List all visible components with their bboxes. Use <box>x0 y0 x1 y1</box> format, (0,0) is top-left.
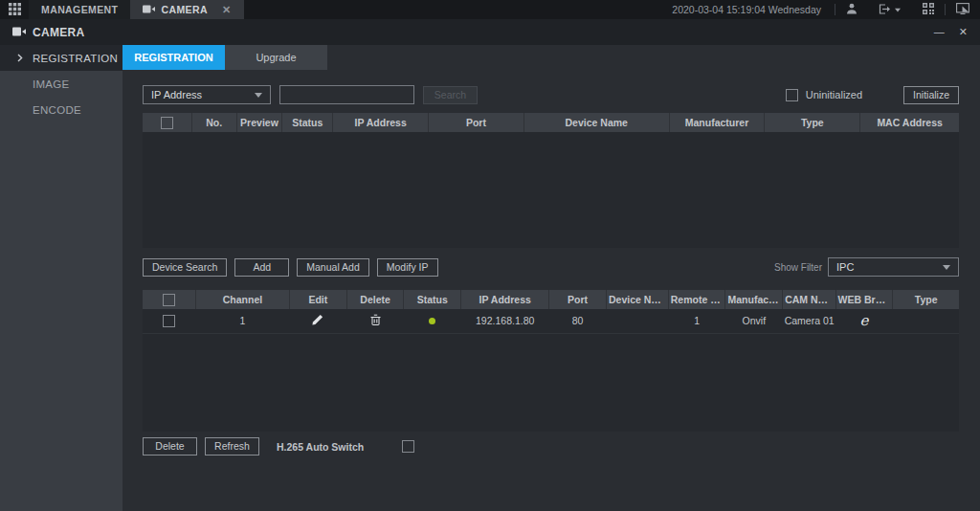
apps-grid-icon <box>9 3 21 17</box>
search-row: IP Address Search Uninitialized Initiali… <box>143 85 959 104</box>
show-filter-select[interactable]: IPC <box>828 257 959 277</box>
col-device-name: Device Name <box>523 113 669 132</box>
logout-button[interactable] <box>868 0 912 19</box>
close-tab-icon[interactable]: ✕ <box>222 5 232 15</box>
cell-device-name <box>606 309 668 333</box>
cell-remote-channel: 1 <box>668 309 725 333</box>
col-manufacturer: Manufacturer <box>725 290 783 309</box>
device-table-body-empty <box>143 132 959 248</box>
col-channel: Channel <box>195 290 289 309</box>
tab-label: REGISTRATION <box>134 52 212 63</box>
col-ip-address: IP Address <box>333 113 429 132</box>
tab-camera[interactable]: CAMERA ✕ <box>130 0 243 19</box>
col-port: Port <box>549 290 607 309</box>
col-delete: Delete <box>346 290 404 309</box>
select-all-checkbox[interactable] <box>161 117 173 129</box>
col-ip-address: IP Address <box>461 290 549 309</box>
cell-ip-address: 192.168.1.80 <box>461 309 549 333</box>
tab-camera-label: CAMERA <box>161 4 207 15</box>
sidebar-item-encode[interactable]: ENCODE <box>0 97 122 122</box>
datetime: 2020-03-04 15:19:04 Wednesday <box>658 4 835 15</box>
user-icon <box>846 3 858 16</box>
search-field-value: IP Address <box>151 89 202 100</box>
camera-icon <box>143 4 155 15</box>
col-no: No. <box>191 113 236 132</box>
minimize-icon[interactable]: — <box>934 27 945 37</box>
sidebar-item-label: ENCODE <box>33 104 81 116</box>
col-cam-name: CAM Name <box>783 290 835 309</box>
table-row: 1 <box>143 309 959 333</box>
edit-pencil-icon[interactable] <box>312 314 323 325</box>
cell-manufacturer: Onvif <box>725 309 783 333</box>
cell-cam-name: Camera 01 <box>783 309 835 333</box>
col-web-browse: WEB Browse <box>835 290 893 309</box>
uninitialized-label: Uninitialized <box>806 89 862 100</box>
h265-auto-switch-label: H.265 Auto Switch <box>277 441 364 453</box>
window-title: CAMERA <box>33 26 84 39</box>
delete-button[interactable]: Delete <box>143 437 197 455</box>
qr-code-icon <box>923 3 934 16</box>
search-field-select[interactable]: IP Address <box>143 85 271 104</box>
app-bar: MANAGEMENT CAMERA ✕ 2020-03-04 15:19:04 … <box>0 0 980 19</box>
screen: MANAGEMENT CAMERA ✕ 2020-03-04 15:19:04 … <box>0 0 980 511</box>
web-browse-ie-icon[interactable]: e <box>860 312 869 329</box>
show-filter-value: IPC <box>836 261 854 273</box>
added-device-table: Channel Edit Delete Status IP Address Po… <box>143 290 959 432</box>
tab-upgrade[interactable]: Upgrade <box>225 45 327 70</box>
tab-management[interactable]: MANAGEMENT <box>29 0 130 19</box>
window-title-bar: CAMERA — ✕ <box>0 19 980 45</box>
sidebar-item-label: IMAGE <box>33 78 70 90</box>
h265-auto-switch-checkbox[interactable] <box>402 440 414 453</box>
add-button[interactable]: Add <box>234 258 289 277</box>
tab-label: Upgrade <box>256 52 296 63</box>
cell-type <box>893 309 959 333</box>
main-tab-bar: REGISTRATION Upgrade <box>122 45 980 70</box>
col-status: Status <box>282 113 333 132</box>
camera-icon <box>12 26 26 39</box>
close-icon[interactable]: ✕ <box>959 27 968 37</box>
select-all-checkbox[interactable] <box>163 294 175 306</box>
col-edit: Edit <box>290 290 347 309</box>
chevron-right-icon <box>17 54 33 62</box>
col-status: Status <box>404 290 461 309</box>
initialize-button[interactable]: Initialize <box>903 86 959 104</box>
added-table-header-row: Channel Edit Delete Status IP Address Po… <box>143 290 959 309</box>
chevron-down-icon <box>895 8 901 11</box>
show-filter-label: Show Filter <box>774 262 822 273</box>
uninitialized-checkbox[interactable] <box>786 89 798 101</box>
col-port: Port <box>429 113 524 132</box>
device-table-header-row: No. Preview Status IP Address Port Devic… <box>143 113 959 132</box>
sidebar-item-registration[interactable]: REGISTRATION <box>0 45 122 71</box>
apps-menu-button[interactable] <box>0 0 29 19</box>
chevron-down-icon <box>255 93 262 98</box>
col-type: Type <box>765 113 860 132</box>
actions-row: Device Search Add Manual Add Modify IP S… <box>143 257 959 277</box>
col-mac-address: MAC Address <box>860 113 959 132</box>
sidebar: REGISTRATION IMAGE ENCODE <box>0 45 122 511</box>
user-account-button[interactable] <box>835 0 868 19</box>
delete-trash-icon[interactable] <box>370 314 381 325</box>
logout-icon <box>879 4 891 16</box>
refresh-button[interactable]: Refresh <box>205 437 259 455</box>
footer-row: Delete Refresh H.265 Auto Switch <box>143 437 959 455</box>
device-search-button[interactable]: Device Search <box>143 258 227 277</box>
display-switch-button[interactable] <box>946 0 980 19</box>
display-icon <box>956 3 969 16</box>
qr-code-button[interactable] <box>912 0 945 19</box>
manual-add-button[interactable]: Manual Add <box>297 258 368 277</box>
col-remote-channel: Remote Channe <box>668 290 725 309</box>
sidebar-item-image[interactable]: IMAGE <box>0 71 122 97</box>
modify-ip-button[interactable]: Modify IP <box>377 258 438 277</box>
col-type: Type <box>893 290 959 309</box>
tab-registration[interactable]: REGISTRATION <box>122 45 225 70</box>
row-checkbox[interactable] <box>163 315 175 327</box>
cell-port: 80 <box>549 309 607 333</box>
main-content: REGISTRATION Upgrade IP Address Search <box>122 45 980 511</box>
tab-management-label: MANAGEMENT <box>41 4 118 15</box>
search-keyword-input[interactable] <box>279 85 414 104</box>
status-online-dot <box>429 318 435 324</box>
col-device-name: Device Name <box>606 290 668 309</box>
device-search-table: No. Preview Status IP Address Port Devic… <box>143 113 959 248</box>
sidebar-item-label: REGISTRATION <box>33 53 118 64</box>
search-button[interactable]: Search <box>423 86 478 104</box>
